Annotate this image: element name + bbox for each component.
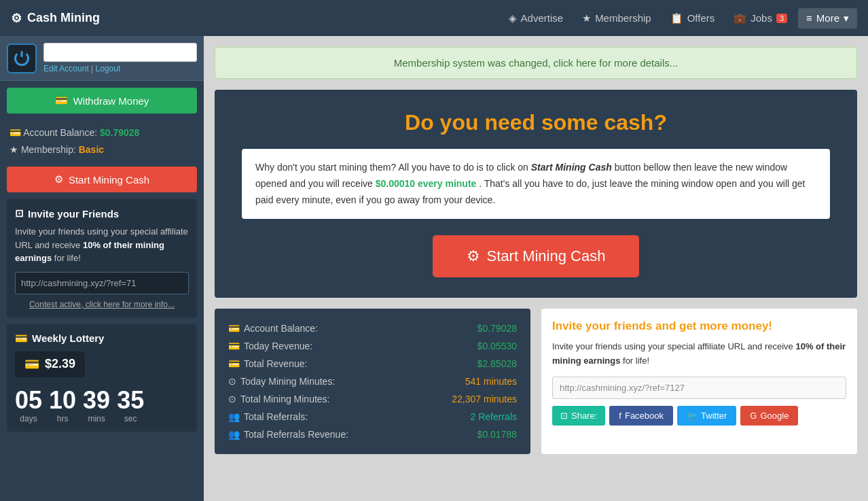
lottery-timer: 05 days 10 hrs 39 mins 35 sec <box>15 388 189 424</box>
gear-icon: ⚙ <box>54 173 63 186</box>
jobs-icon: 💼 <box>734 12 746 24</box>
brand: ⚙ Cash Mining <box>11 11 501 26</box>
sidebar-lottery: 💳 Weekly Lottery 💳 $2.39 05 days 10 hrs … <box>7 324 197 432</box>
wallet-icon: 💳 <box>55 94 68 107</box>
nav-more[interactable]: ≡ More ▾ <box>798 8 857 29</box>
nav-membership[interactable]: ★ Membership <box>574 8 659 29</box>
membership-row: ★ Membership: Basic <box>10 141 194 158</box>
earn-rate: $0.00010 every minute <box>376 178 477 189</box>
invite-card-title: Invite your friends and get more money! <box>552 319 846 333</box>
share-buttons: ⊡ Share: f Facebook 🐦 Twitter G Google <box>552 406 846 426</box>
clock-icon-2: ⊙ <box>228 394 236 404</box>
nav-advertise[interactable]: ◈ Advertise <box>501 8 572 29</box>
sidebar-account: Edit Account | Logout <box>0 36 204 81</box>
stats-table: 💳Account Balance: $0.79028 💳Today Revenu… <box>225 319 520 443</box>
top-navigation: ⚙ Cash Mining ◈ Advertise ★ Membership 📋… <box>0 0 868 36</box>
twitter-share-button[interactable]: 🐦 Twitter <box>677 406 736 426</box>
account-box: Edit Account | Logout <box>43 43 197 73</box>
google-share-button[interactable]: G Google <box>740 406 798 426</box>
twitter-icon: 🐦 <box>687 411 698 421</box>
lottery-amount: 💳 $2.39 <box>15 351 85 377</box>
referrals-icon: 👥 <box>228 411 240 422</box>
mining-card-description: Why don't you start mining them? All you… <box>242 149 830 219</box>
membership-icon: ★ <box>10 144 21 155</box>
big-gear-icon: ⚙ <box>467 247 480 265</box>
contest-notice[interactable]: Contest active, click here for more info… <box>15 300 189 309</box>
timer-mins: 39 mins <box>83 388 110 424</box>
main-affiliate-url-input[interactable] <box>552 377 846 399</box>
sidebar-withdraw: 💳 Withdraw Money <box>7 88 197 114</box>
username-input[interactable] <box>43 43 197 62</box>
edit-account-link[interactable]: Edit Account <box>43 64 89 73</box>
notice-banner[interactable]: Membership system was changed, click her… <box>215 47 857 79</box>
lottery-icon: 💳 <box>15 332 28 345</box>
share-icon: ⊡ <box>560 411 568 421</box>
sidebar: Edit Account | Logout 💳 Withdraw Money 💳… <box>0 36 204 501</box>
logout-link[interactable]: Logout <box>96 64 121 73</box>
start-mining-button[interactable]: ⚙ Start Mining Cash <box>7 167 197 192</box>
total-mining-val: 22,307 minutes <box>414 390 520 408</box>
table-row: 👥Total Referrals: 2 Referrals <box>225 408 520 426</box>
table-row: 💳Account Balance: $0.79028 <box>225 319 520 337</box>
affiliate-url-input[interactable] <box>15 272 189 294</box>
facebook-icon: f <box>619 411 621 421</box>
offers-icon: 📋 <box>670 12 683 24</box>
nav-jobs[interactable]: 💼 Jobs 3 <box>725 8 795 29</box>
main-layout: Edit Account | Logout 💳 Withdraw Money 💳… <box>0 36 868 501</box>
total-revenue-val: $2.85028 <box>414 355 520 373</box>
table-row: ⊙Today Mining Minutes: 541 minutes <box>225 373 520 390</box>
account-balance-row: 💳 Account Balance: $0.79028 <box>10 124 194 141</box>
invite-card-description: Invite your friends using your special a… <box>552 340 846 368</box>
big-start-mining-button[interactable]: ⚙ Start Mining Cash <box>433 235 640 277</box>
membership-value: Basic <box>79 144 104 155</box>
bars-icon: ≡ <box>806 12 812 24</box>
sidebar-invite-section: ⊡ Invite your Friends Invite your friend… <box>7 199 197 317</box>
invite-title: ⊡ Invite your Friends <box>15 207 189 220</box>
mining-card-title: Do you need some cash? <box>242 110 830 135</box>
stats-row: 💳Account Balance: $0.79028 💳Today Revenu… <box>215 309 857 454</box>
table-row: 👥Total Referrals Revenue: $0.01788 <box>225 426 520 443</box>
timer-days: 05 days <box>15 388 42 424</box>
jobs-badge: 3 <box>776 14 787 23</box>
timer-sec: 35 sec <box>117 388 144 424</box>
table-row: ⊙Total Mining Minutes: 22,307 minutes <box>225 390 520 408</box>
today-mining-val: 541 minutes <box>414 373 520 390</box>
power-button[interactable] <box>7 44 37 73</box>
mining-card: Do you need some cash? Why don't you sta… <box>215 90 857 298</box>
gear-icon: ⚙ <box>11 11 22 26</box>
total-referrals-revenue-val: $0.01788 <box>414 426 520 443</box>
share-label[interactable]: ⊡ Share: <box>552 406 605 426</box>
sidebar-info: 💳 Account Balance: $0.79028 ★ Membership… <box>0 120 204 162</box>
withdraw-button[interactable]: 💳 Withdraw Money <box>7 88 197 114</box>
stats-card: 💳Account Balance: $0.79028 💳Today Revenu… <box>215 309 530 454</box>
nav-links: ◈ Advertise ★ Membership 📋 Offers 💼 Jobs… <box>501 8 857 29</box>
invite-description: Invite your friends using your special a… <box>15 225 189 265</box>
total-revenue-icon: 💳 <box>228 358 240 369</box>
invite-card: Invite your friends and get more money! … <box>541 309 857 454</box>
share-icon: ⊡ <box>15 207 24 220</box>
table-row: 💳Total Revenue: $2.85028 <box>225 355 520 373</box>
google-icon: G <box>750 411 757 421</box>
brand-name: Cash Mining <box>27 11 100 25</box>
chevron-down-icon: ▾ <box>844 12 849 24</box>
account-links: Edit Account | Logout <box>43 64 197 73</box>
referrals-revenue-icon: 👥 <box>228 429 240 440</box>
lottery-title: 💳 Weekly Lottery <box>15 332 189 345</box>
lottery-money-icon: 💳 <box>24 357 39 372</box>
facebook-share-button[interactable]: f Facebook <box>609 406 673 426</box>
balance-icon: 💳 <box>228 323 240 334</box>
total-referrals-val: 2 Referrals <box>414 408 520 426</box>
clock-icon: ⊙ <box>228 376 236 387</box>
power-icon <box>14 51 29 66</box>
balance-val: $0.79028 <box>414 319 520 337</box>
today-revenue-val: $0.05530 <box>414 337 520 355</box>
balance-value: $0.79028 <box>100 127 139 138</box>
star-icon: ★ <box>582 12 591 24</box>
nav-offers[interactable]: 📋 Offers <box>662 8 723 29</box>
balance-icon: 💳 <box>10 127 23 138</box>
main-content: Membership system was changed, click her… <box>204 36 868 501</box>
revenue-icon: 💳 <box>228 341 240 351</box>
table-row: 💳Today Revenue: $0.05530 <box>225 337 520 355</box>
timer-hrs: 10 hrs <box>49 388 76 424</box>
advertise-icon: ◈ <box>509 12 517 24</box>
